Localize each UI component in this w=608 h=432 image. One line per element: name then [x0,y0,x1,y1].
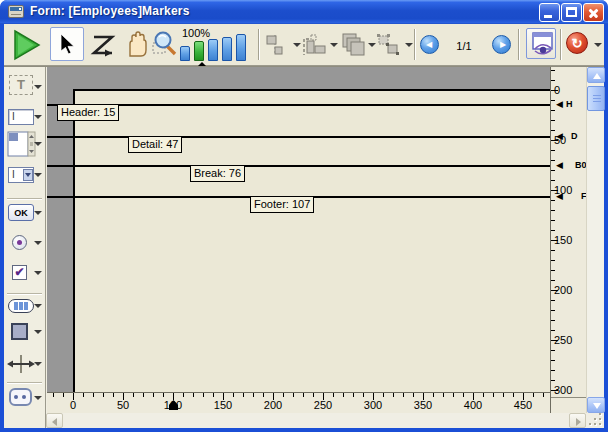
zoom-50-bar[interactable] [180,46,190,61]
splitter-tool-dropdown-arrow[interactable] [34,362,42,366]
v-ruler-tick [551,300,555,301]
h-ruler-number: 200 [258,399,288,411]
form-left-edge [73,89,75,392]
preview-button[interactable] [526,28,556,59]
align-dropdown-arrow[interactable] [293,43,301,47]
v-ruler-tick [551,100,555,101]
zoom-tool-button[interactable] [151,30,181,60]
vertical-scrollbar[interactable] [586,67,604,414]
close-button[interactable] [583,3,604,22]
palette-button-tool[interactable]: OK [4,204,45,230]
minimize-button[interactable] [539,3,560,22]
form-area[interactable] [73,89,550,392]
entry-order-tool-button[interactable] [90,30,120,60]
insert-fields-button[interactable]: ↻ [566,32,588,54]
distribute-tool-button[interactable] [302,33,326,57]
palette-rectangle-tool[interactable] [4,323,45,349]
scroll-left-button[interactable] [46,413,63,428]
v-ruler-marker-arrow-break[interactable]: ◀ [556,161,563,170]
plugin-tool-dropdown-arrow[interactable] [34,396,42,400]
v-ruler-tick [551,210,555,211]
v-ruler-number: 250 [554,334,572,346]
v-ruler-tick [551,160,555,161]
layers-dropdown-arrow[interactable] [368,43,376,47]
form-canvas[interactable]: Header: 15Detail: 47Break: 76Footer: 107 [47,67,550,392]
marker-line-break[interactable] [47,165,550,167]
v-ruler-marker-arrow-footer[interactable]: ◀ [556,192,563,201]
insert-fields-dropdown-arrow[interactable] [594,43,602,47]
pointer-tool-button[interactable] [50,27,84,61]
palette-plugin-tool[interactable] [4,388,45,414]
v-ruler-tick [551,350,555,351]
vertical-scrollbar-thumb[interactable] [587,86,605,111]
v-ruler-tick [551,170,555,171]
horizontal-scrollbar[interactable] [46,413,586,428]
v-ruler-marker-arrow-header[interactable]: ◀ [556,100,563,109]
marker-label-detail[interactable]: Detail: 47 [128,136,182,153]
h-ruler-tick [63,393,64,397]
radio-tool-dropdown-arrow[interactable] [34,241,42,245]
next-page-button[interactable]: ▶ [492,35,511,54]
pan-hand-tool-button[interactable] [122,30,152,60]
rectangle-tool-dropdown-arrow[interactable] [34,330,42,334]
zoom-100-bar-selected[interactable] [194,41,204,61]
listbox-tool-dropdown-arrow[interactable] [34,142,42,146]
h-ruler-tick [333,393,334,397]
zoom-800-bar[interactable] [236,34,246,61]
align-tool-button[interactable] [265,33,289,57]
v-ruler-tick [551,150,555,151]
form-editor-window: Form: [Employees]Markers [0,0,608,432]
h-ruler-number: 250 [308,399,338,411]
text-tool-dropdown-arrow[interactable] [34,85,42,89]
h-ruler-tick [243,393,244,397]
palette-splitter-tool[interactable] [4,355,45,381]
marker-label-footer[interactable]: Footer: 107 [250,196,314,213]
palette-radio-tool[interactable] [4,235,45,261]
palette-checkbox-tool[interactable]: ✔ [4,265,45,291]
window-title: Form: [Employees]Markers [30,4,190,18]
checkbox-tool-dropdown-arrow[interactable] [34,271,42,275]
v-ruler-tick [551,380,555,381]
palette-text-tool[interactable]: T [4,75,45,101]
maximize-button[interactable] [561,3,582,22]
v-ruler-tick [551,220,555,221]
vertical-ruler: 050100150200250300◀H◀D◀B0◀F [550,67,586,413]
combobox-tool-dropdown-arrow[interactable] [34,173,42,177]
palette-listbox-tool[interactable] [4,131,45,161]
marker-label-break[interactable]: Break: 76 [190,165,245,182]
resize-tool-button[interactable] [376,33,402,57]
palette-combobox-tool[interactable]: I [4,167,45,193]
h-ruler-tick [453,393,454,397]
toolbar-separator [518,29,520,60]
h-ruler-tick [133,393,134,397]
buttongrid-tool-dropdown-arrow[interactable] [34,304,42,308]
h-ruler-tick [383,393,384,397]
distribute-dropdown-arrow[interactable] [330,43,338,47]
field-tool-dropdown-arrow[interactable] [34,115,42,119]
resize-grip[interactable] [586,413,604,428]
h-ruler-number: 450 [508,399,538,411]
marker-line-detail[interactable] [47,136,550,138]
zoom-400-bar[interactable] [222,37,232,61]
listbox-tool-icon [7,131,35,157]
rectangle-tool-icon [11,323,28,340]
button-tool-dropdown-arrow[interactable] [34,211,42,215]
marker-label-header[interactable]: Header: 15 [57,104,119,121]
palette-buttongrid-tool[interactable] [4,299,45,325]
previous-page-button[interactable]: ◀ [420,35,439,54]
h-ruler-tick [263,393,264,397]
scroll-up-button[interactable] [587,67,605,83]
h-ruler-tick [293,393,294,397]
duplicate-layers-tool-button[interactable] [340,32,366,58]
scroll-right-button[interactable] [569,413,586,428]
execute-form-button[interactable] [13,30,41,60]
h-ruler-tick [543,393,544,397]
marker-line-header[interactable] [47,104,550,106]
zoom-200-bar[interactable] [208,39,218,61]
chevron-up-icon [593,73,601,79]
v-ruler-tick [551,330,555,331]
resize-dropdown-arrow[interactable] [405,43,413,47]
v-ruler-tick [551,280,555,281]
scroll-down-button[interactable] [587,397,605,413]
v-ruler-marker-arrow-detail[interactable]: ◀ [556,132,563,141]
